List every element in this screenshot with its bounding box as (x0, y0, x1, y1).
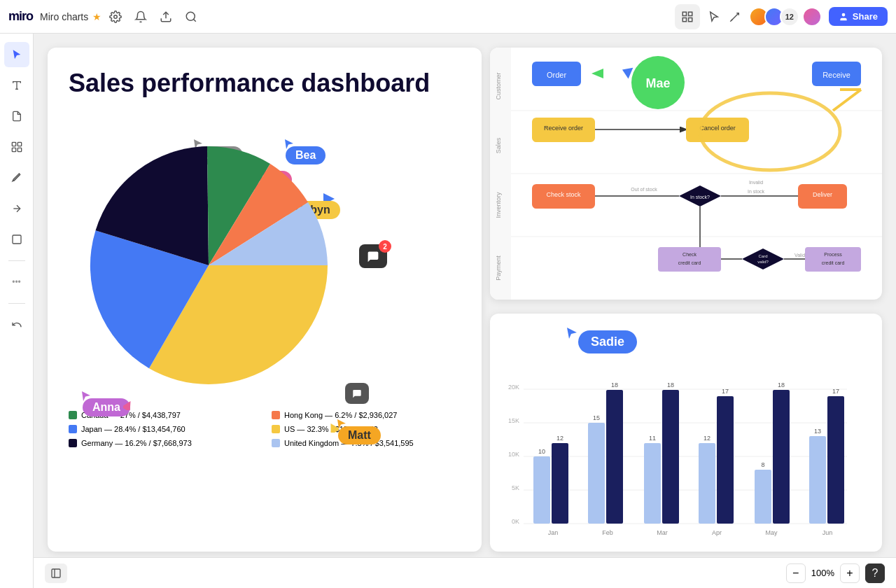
zoom-level: 100% (811, 568, 834, 578)
svg-text:8: 8 (761, 461, 764, 468)
svg-text:Mar: Mar (657, 529, 668, 536)
svg-text:Inventory: Inventory (495, 192, 502, 218)
svg-text:10: 10 (538, 448, 545, 455)
svg-text:Mae: Mae (645, 76, 670, 90)
svg-rect-59 (805, 247, 861, 272)
svg-point-10 (842, 13, 846, 16)
svg-rect-78 (533, 456, 550, 524)
svg-rect-100 (773, 390, 790, 524)
svg-line-8 (732, 13, 739, 20)
svg-text:Sales: Sales (495, 137, 502, 153)
avatar-count: 12 (780, 7, 799, 27)
board-title-text: Miro charts (40, 11, 88, 22)
svg-text:May: May (765, 529, 778, 536)
legend-label-japan: Japan — 28.4% / $13,454,760 (81, 425, 186, 433)
legend-japan: Japan — 28.4% / $13,454,760 (69, 425, 258, 433)
svg-text:12: 12 (704, 435, 710, 442)
svg-rect-95 (717, 396, 734, 524)
svg-text:Deliver: Deliver (813, 191, 832, 198)
svg-text:Cancel order: Cancel order (699, 125, 736, 132)
svg-rect-50 (658, 247, 721, 272)
svg-text:In stock?: In stock? (690, 195, 710, 200)
legend-hongkong: Hong Kong — 6.2% / $2,936,027 (272, 411, 461, 419)
more-tools[interactable]: ••• (4, 270, 29, 295)
share-button[interactable]: Share (829, 7, 888, 26)
svg-rect-80 (552, 443, 568, 524)
svg-text:0K: 0K (512, 518, 519, 525)
search-icon[interactable] (184, 10, 198, 24)
chat-bubble-2[interactable] (345, 383, 369, 404)
flowchart-panel: Customer Sales Inventory Payment Order R… (490, 48, 882, 300)
svg-text:valid?: valid? (757, 260, 769, 264)
svg-text:18: 18 (611, 382, 618, 388)
text-tool[interactable] (4, 73, 29, 98)
svg-text:Invalid: Invalid (749, 180, 763, 185)
pie-legend: Canada — 27% / $4,438,797 Hong Kong — 6.… (69, 411, 461, 447)
chat-badge: 2 (379, 240, 391, 253)
svg-text:17: 17 (722, 388, 729, 395)
svg-point-2 (187, 12, 195, 20)
svg-rect-103 (809, 436, 826, 524)
svg-text:18: 18 (667, 382, 674, 388)
panel-toggle[interactable] (45, 564, 67, 583)
svg-text:5K: 5K (512, 484, 519, 491)
upload-icon[interactable] (159, 10, 173, 24)
svg-rect-5 (688, 12, 692, 15)
magic-wand-icon[interactable] (728, 10, 742, 24)
svg-text:In stock: In stock (748, 189, 765, 194)
legend-dot-uk (272, 439, 280, 447)
svg-text:Card: Card (758, 254, 767, 258)
avatar-group: 12 (749, 7, 822, 27)
settings-icon[interactable] (108, 10, 122, 24)
svg-text:Order: Order (547, 71, 566, 79)
bar-chart-svg: 0K 5K 10K 15K 20K 10 12 Jan 15 (504, 356, 854, 538)
main-area: ••• Sales performance dashboard Chris Ch… (0, 34, 896, 588)
svg-text:13: 13 (814, 428, 821, 435)
svg-rect-88 (644, 443, 661, 524)
connector-tool[interactable] (4, 134, 29, 160)
svg-rect-16 (18, 148, 21, 151)
sales-dashboard-panel: Sales performance dashboard Chris Chris … (48, 48, 482, 552)
svg-text:Process: Process (824, 252, 842, 257)
svg-text:Check stock: Check stock (546, 191, 581, 198)
grid-view-icon[interactable] (675, 4, 700, 29)
svg-marker-67 (620, 64, 634, 79)
svg-rect-4 (682, 12, 686, 15)
bottombar: − 100% + ? (34, 557, 896, 588)
toolbar-divider-2 (8, 303, 25, 304)
star-icon[interactable]: ★ (92, 11, 102, 22)
svg-text:Payment: Payment (495, 255, 502, 281)
zoom-out-button[interactable]: − (786, 564, 806, 583)
chat-bubble-1[interactable]: 2 (359, 244, 387, 268)
svg-rect-14 (18, 142, 21, 146)
cursor-tool[interactable] (4, 42, 29, 67)
sadie-label: Sadie (578, 330, 637, 354)
svg-text:20K: 20K (508, 384, 519, 391)
svg-text:Jun: Jun (822, 529, 833, 536)
svg-rect-98 (755, 470, 771, 524)
arrow-tool[interactable] (4, 196, 29, 221)
canvas[interactable]: Sales performance dashboard Chris Chris … (34, 34, 896, 588)
svg-line-63 (833, 90, 861, 111)
topbar-icons (108, 10, 198, 24)
pen-tool[interactable] (4, 165, 29, 190)
zoom-in-button[interactable]: + (840, 564, 860, 583)
svg-text:credit card: credit card (678, 260, 701, 265)
svg-text:15K: 15K (508, 417, 519, 424)
svg-text:Receive order: Receive order (544, 125, 583, 132)
cursor-select-icon[interactable] (707, 10, 721, 24)
toolbar: ••• (0, 34, 34, 588)
help-button[interactable]: ? (865, 564, 885, 583)
svg-rect-93 (699, 443, 715, 524)
frame-tool[interactable] (4, 227, 29, 252)
legend-dot-japan (69, 425, 77, 433)
undo-tool[interactable] (4, 312, 29, 337)
svg-rect-15 (12, 148, 15, 151)
sticky-note-tool[interactable] (4, 104, 29, 129)
svg-marker-30 (592, 69, 603, 78)
legend-label-germany: Germany — 16.2% / $7,668,973 (81, 439, 192, 447)
svg-rect-90 (662, 390, 679, 524)
board-title[interactable]: Miro charts ★ (40, 11, 102, 22)
svg-text:12: 12 (556, 435, 564, 442)
notifications-icon[interactable] (134, 10, 148, 24)
